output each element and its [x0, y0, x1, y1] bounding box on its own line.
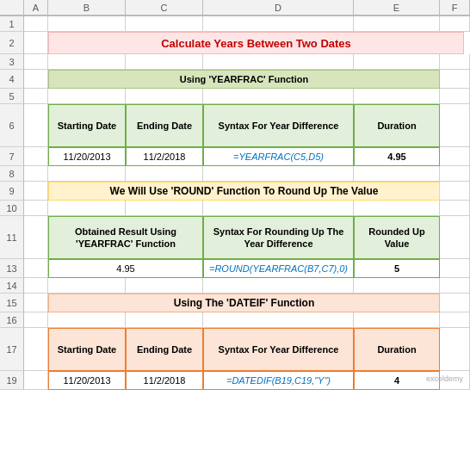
row-num-13: 13 [0, 259, 24, 278]
row-11: 11 Obtained Result Using 'YEARFRAC' Func… [0, 216, 470, 259]
row-num-7: 7 [0, 147, 24, 166]
column-headers: A B C D E F [0, 0, 470, 16]
header-duration-2: Duration [354, 328, 440, 371]
cell-19a [24, 371, 48, 390]
cell-1c [126, 16, 203, 32]
cell-6f [440, 104, 470, 147]
row-num-19: 19 [0, 371, 24, 390]
header-obtained-result: Obtained Result Using 'YEARFRAC' Functio… [48, 216, 203, 259]
cell-1f [440, 16, 470, 32]
col-header-f: F [440, 0, 470, 15]
header-starting-date-2: Starting Date [48, 328, 126, 371]
header-ending-date-2: Ending Date [126, 328, 203, 371]
cell-16e [354, 312, 440, 328]
cell-13f [440, 259, 470, 278]
cell-16d [203, 312, 354, 328]
row-13: 13 4.95 =ROUND(YEARFRAC(B7,C7),0) 5 [0, 259, 470, 278]
cell-14f [440, 278, 470, 294]
row-num-2: 2 [0, 32, 24, 54]
data-ending-date-2: 11/2/2018 [126, 371, 203, 390]
cell-5a [24, 89, 48, 104]
data-rounded-up: 5 [354, 259, 440, 278]
col-header-e: E [354, 0, 440, 15]
cell-5d [203, 89, 354, 104]
cell-16a [24, 312, 48, 328]
cell-1a [24, 16, 48, 32]
cell-8f [440, 166, 470, 182]
cell-5b [48, 89, 126, 104]
row-3: 3 [0, 54, 470, 70]
cell-5c [126, 89, 203, 104]
cell-1b [48, 16, 126, 32]
row-num-17: 17 [0, 328, 24, 371]
col-header-d: D [203, 0, 354, 15]
header-rounded-up-value: Rounded Up Value [354, 216, 440, 259]
cell-1e [354, 16, 440, 32]
cell-11a [24, 216, 48, 259]
col-header-b: B [48, 0, 126, 15]
cell-16b [48, 312, 126, 328]
title-cell: Calculate Years Between Two Dates [48, 32, 464, 54]
cell-3e [354, 54, 440, 70]
cell-2a [24, 32, 48, 54]
header-starting-date-1: Starting Date [48, 104, 126, 147]
row-num-4: 4 [0, 70, 24, 89]
cell-13a [24, 259, 48, 278]
cell-4f [440, 70, 470, 89]
row-num-9: 9 [0, 182, 24, 201]
row-num-14: 14 [0, 278, 24, 294]
row-15: 15 Using The 'DATEIF' Function [0, 294, 470, 312]
cell-10d [203, 201, 354, 216]
cell-5f [440, 89, 470, 104]
cell-3d [203, 54, 354, 70]
cell-9f [440, 182, 470, 201]
cell-7f [440, 147, 470, 166]
row-1: 1 [0, 16, 470, 32]
cell-10b [48, 201, 126, 216]
cell-8c [126, 166, 203, 182]
row-num-5: 5 [0, 89, 24, 104]
row-5: 5 [0, 89, 470, 104]
cell-10e [354, 201, 440, 216]
watermark-logo: exceldemy [426, 374, 463, 383]
cell-3f [440, 54, 470, 70]
section-round: We Will Use 'ROUND' Function To Round Up… [48, 182, 440, 201]
cell-8b [48, 166, 126, 182]
row-8: 8 [0, 166, 470, 182]
row-19: 19 11/20/2013 11/2/2018 =DATEDIF(B19,C19… [0, 371, 470, 390]
cell-10f [440, 201, 470, 216]
row-num-10: 10 [0, 201, 24, 216]
col-header-a: A [24, 0, 48, 15]
row-num-8: 8 [0, 166, 24, 182]
data-starting-date-2: 11/20/2013 [48, 371, 126, 390]
cell-14a [24, 278, 48, 294]
row-7: 7 11/20/2013 11/2/2018 =YEARFRAC(C5,D5) … [0, 147, 470, 166]
spreadsheet: A B C D E F 1 2 Calculate Years Between … [0, 0, 470, 390]
row-10: 10 [0, 201, 470, 216]
cell-14e [354, 278, 440, 294]
header-ending-date-1: Ending Date [126, 104, 203, 147]
section-dateif: Using The 'DATEIF' Function [48, 294, 440, 312]
data-obtained-result: 4.95 [48, 259, 203, 278]
row-2: 2 Calculate Years Between Two Dates [0, 32, 470, 54]
section-yearfrac: Using 'YEARFRAC' Function [48, 70, 440, 89]
cell-15f [440, 294, 470, 312]
cell-16c [126, 312, 203, 328]
col-header-c: C [126, 0, 203, 15]
cell-6a [24, 104, 48, 147]
header-syntax-1: Syntax For Year Difference [203, 104, 354, 147]
cell-1d [203, 16, 354, 32]
cell-17f [440, 328, 470, 371]
cell-11f [440, 216, 470, 259]
cell-14d [203, 278, 354, 294]
row-16: 16 [0, 312, 470, 328]
cell-7a [24, 147, 48, 166]
header-syntax-rounding: Syntax For Rounding Up The Year Differen… [203, 216, 354, 259]
row-num-15: 15 [0, 294, 24, 312]
cell-8a [24, 166, 48, 182]
cell-5e [354, 89, 440, 104]
cell-9a [24, 182, 48, 201]
corner-cell [0, 0, 24, 15]
cell-3b [48, 54, 126, 70]
cell-16f [440, 312, 470, 328]
